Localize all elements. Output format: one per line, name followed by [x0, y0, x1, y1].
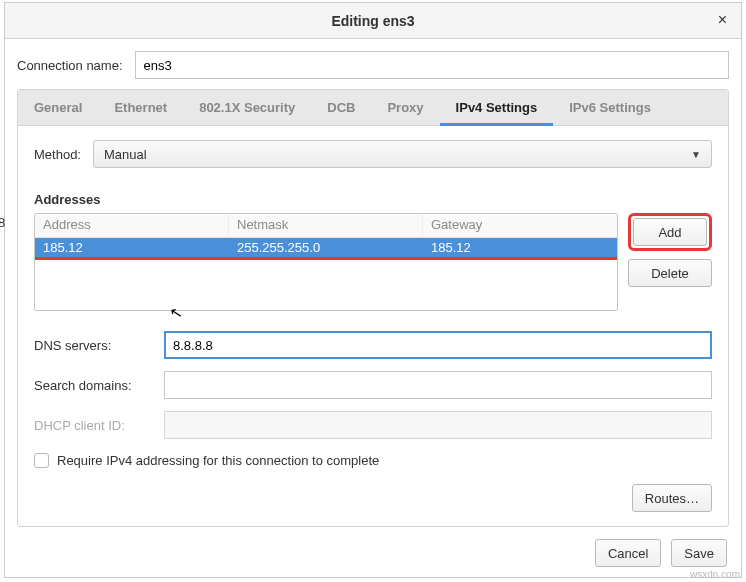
addresses-label: Addresses: [34, 192, 712, 207]
tabbar: General Ethernet 802.1X Security DCB Pro…: [18, 90, 728, 126]
tab-ipv6-settings[interactable]: IPv6 Settings: [553, 90, 667, 125]
connection-name-row: Connection name:: [5, 39, 741, 89]
require-ipv4-checkbox[interactable]: [34, 453, 49, 468]
dhcp-client-id-label: DHCP client ID:: [34, 418, 164, 433]
stray-eight: 8: [0, 215, 5, 230]
close-icon[interactable]: ×: [714, 11, 731, 29]
tab-content-ipv4: Method: Manual ▼ ↖ Addresses Address Net…: [18, 126, 728, 526]
connection-name-input[interactable]: [135, 51, 729, 79]
addresses-table[interactable]: Address Netmask Gateway 185.12 255.255.2…: [34, 213, 618, 311]
addresses-table-header: Address Netmask Gateway: [35, 214, 617, 238]
form-rows: DNS servers: Search domains: DHCP client…: [34, 331, 712, 439]
tabs-panel: General Ethernet 802.1X Security DCB Pro…: [17, 89, 729, 527]
chevron-down-icon: ▼: [691, 149, 701, 160]
dns-servers-input[interactable]: [164, 331, 712, 359]
cell-gateway: 185.12: [423, 238, 617, 257]
col-netmask: Netmask: [229, 214, 423, 237]
cell-address: 185.12: [35, 238, 229, 257]
search-domains-label: Search domains:: [34, 378, 164, 393]
require-ipv4-row: Require IPv4 addressing for this connect…: [34, 453, 712, 468]
search-domains-input[interactable]: [164, 371, 712, 399]
method-value: Manual: [104, 147, 147, 162]
addresses-buttons: Add Delete: [628, 213, 712, 311]
cancel-button[interactable]: Cancel: [595, 539, 661, 567]
require-ipv4-label: Require IPv4 addressing for this connect…: [57, 453, 379, 468]
dialog-window: Editing ens3 × Connection name: General …: [4, 2, 742, 578]
watermark: wsxdn.com: [690, 569, 740, 580]
tab-ethernet[interactable]: Ethernet: [98, 90, 183, 125]
method-dropdown[interactable]: Manual ▼: [93, 140, 712, 168]
col-address: Address: [35, 214, 229, 237]
tab-ipv4-settings[interactable]: IPv4 Settings: [440, 90, 554, 125]
dialog-footer: Cancel Save: [5, 527, 741, 579]
connection-name-label: Connection name:: [17, 58, 123, 73]
window-title: Editing ens3: [331, 13, 414, 29]
dhcp-client-id-input: [164, 411, 712, 439]
cell-netmask: 255.255.255.0: [229, 238, 423, 257]
tab-dcb[interactable]: DCB: [311, 90, 371, 125]
dialog-body: Connection name: General Ethernet 802.1X…: [5, 39, 741, 577]
routes-button[interactable]: Routes…: [632, 484, 712, 512]
routes-row: Routes…: [34, 484, 712, 512]
tab-general[interactable]: General: [18, 90, 98, 125]
tab-proxy[interactable]: Proxy: [371, 90, 439, 125]
method-label: Method:: [34, 147, 81, 162]
table-row[interactable]: 185.12 255.255.255.0 185.12: [35, 238, 617, 260]
delete-button[interactable]: Delete: [628, 259, 712, 287]
tab-8021x-security[interactable]: 802.1X Security: [183, 90, 311, 125]
col-gateway: Gateway: [423, 214, 617, 237]
save-button[interactable]: Save: [671, 539, 727, 567]
method-row: Method: Manual ▼: [34, 140, 712, 168]
add-highlight: Add: [628, 213, 712, 251]
addresses-area: Address Netmask Gateway 185.12 255.255.2…: [34, 213, 712, 311]
add-button[interactable]: Add: [633, 218, 707, 246]
titlebar: Editing ens3 ×: [5, 3, 741, 39]
dns-servers-label: DNS servers:: [34, 338, 164, 353]
